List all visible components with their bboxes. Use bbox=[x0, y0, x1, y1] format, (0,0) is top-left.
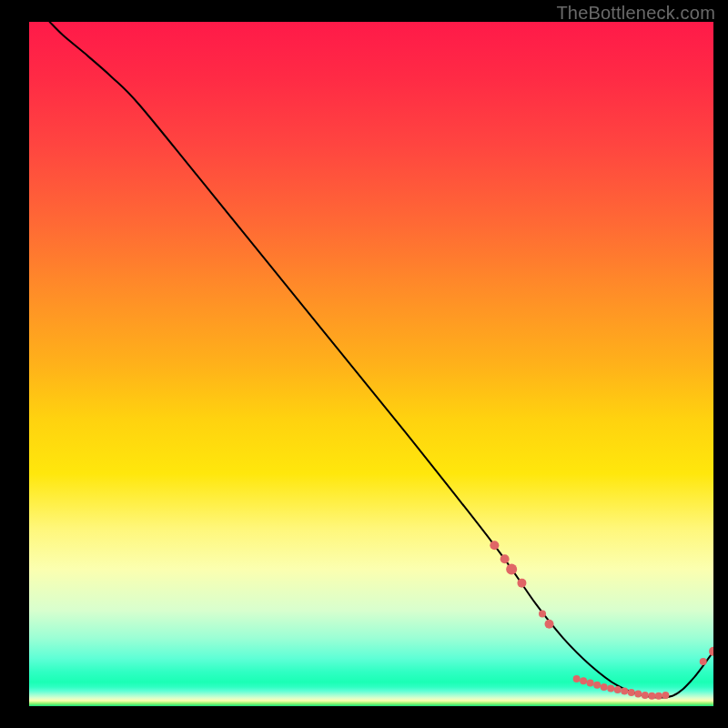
data-point bbox=[655, 693, 662, 700]
bottleneck-curve bbox=[50, 22, 713, 698]
data-point bbox=[580, 677, 587, 684]
data-point bbox=[621, 687, 628, 694]
data-point bbox=[490, 541, 499, 550]
plot-area bbox=[29, 22, 713, 706]
data-point bbox=[662, 692, 669, 699]
data-point bbox=[500, 554, 510, 563]
watermark-text: TheBottleneck.com bbox=[556, 3, 715, 24]
data-point bbox=[709, 647, 713, 656]
chart-stage: TheBottleneck.com bbox=[0, 0, 728, 728]
data-point bbox=[545, 620, 554, 629]
data-point bbox=[573, 675, 581, 682]
data-point bbox=[700, 658, 707, 665]
chart-overlay bbox=[29, 22, 713, 706]
data-point bbox=[634, 690, 642, 697]
data-point bbox=[648, 693, 655, 700]
data-point bbox=[539, 610, 546, 617]
data-point bbox=[506, 564, 517, 575]
data-point bbox=[607, 684, 614, 692]
data-point bbox=[601, 683, 608, 691]
data-point bbox=[517, 579, 526, 588]
data-point bbox=[628, 689, 635, 696]
data-point bbox=[593, 682, 601, 689]
data-point bbox=[587, 679, 594, 686]
data-point bbox=[614, 686, 622, 693]
data-point bbox=[642, 692, 649, 699]
